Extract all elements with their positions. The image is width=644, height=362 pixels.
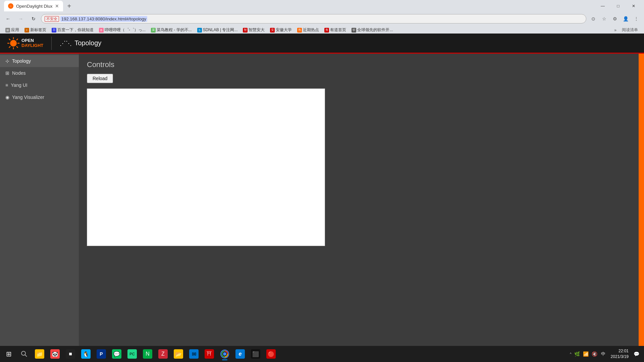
bookmark-label: 安徽大学 [276, 27, 292, 33]
folder-icon: 📂 [174, 349, 183, 359]
bookmark-software[interactable]: 软 全球领先的软件开... [350, 26, 395, 34]
bookmark-label: 有道首页 [330, 27, 346, 33]
odl-logo: OPEN DAYLIGHT [7, 37, 43, 50]
sidebar: ⊹ Topology ⊞ Nodes ≡ Yang UI ◉ Yang Visu… [0, 54, 79, 362]
new-tab-button[interactable]: + [64, 1, 74, 11]
bookmark-bilibili[interactable]: B 哔哩哔哩（゜-゜）っ... [97, 26, 148, 34]
url-display: 192.168.137.143:8080/index.html#/topolog… [60, 16, 147, 22]
taskbar-app-zotero[interactable]: Z [156, 347, 170, 361]
tray-wifi-icon[interactable]: 📶 [582, 350, 590, 358]
bookmarks-more[interactable]: » [614, 28, 616, 33]
bookmark-ahu[interactable]: 安 安徽大学 [268, 26, 294, 34]
controls-title: Controls [87, 60, 631, 69]
bookmark-label: 智慧安大 [249, 27, 265, 33]
bookmark-favicon: ⊞ [5, 28, 10, 33]
sidebar-item-yang-ui[interactable]: ≡ Yang UI [0, 79, 79, 91]
address-bar[interactable]: 不安全 192.168.137.143:8080/index.html#/top… [41, 14, 586, 23]
fileexplorer-icon: 📁 [35, 349, 44, 359]
taskbar-app-wechat[interactable]: 💬 [109, 347, 124, 361]
taskbar-app-panda[interactable]: 🐼 [48, 347, 62, 361]
taskbar-clock[interactable]: 22:01 2021/3/19 [608, 348, 631, 360]
qq-icon: 🐧 [81, 349, 91, 359]
svg-line-8 [9, 46, 10, 48]
reload-button[interactable]: Reload [87, 74, 113, 83]
taskbar-app-green[interactable]: N [140, 347, 155, 361]
taskbar-app-pycharm[interactable]: PC [125, 347, 140, 361]
right-sidebar-handle[interactable] [639, 54, 644, 362]
red-app-icon: ⛩ [205, 349, 214, 359]
account-icon[interactable]: 👤 [621, 14, 631, 24]
taskbar-app-black[interactable]: ⬛ [248, 347, 263, 361]
extensions-icon[interactable]: ⚙ [610, 14, 620, 24]
nodes-sidebar-icon: ⊞ [5, 70, 9, 76]
taskbar-app-redcircle[interactable]: 🔴 [264, 347, 278, 361]
svg-point-12 [223, 352, 226, 356]
taskbar-app-qq[interactable]: 🐧 [78, 347, 93, 361]
close-button[interactable]: ✕ [626, 0, 641, 12]
bookmark-favicon: + [24, 28, 29, 33]
bookmark-favicon: 智 [243, 28, 248, 33]
tab-title: OpenDaylight Dlux [16, 4, 52, 9]
sidebar-item-topology[interactable]: ⊹ Topology [0, 55, 79, 67]
language-indicator[interactable]: 中 [600, 351, 607, 357]
menu-icon[interactable]: ⋮ [631, 14, 641, 24]
bookmark-label: 哔哩哔哩（゜-゜）っ... [105, 27, 146, 33]
bookmark-youdao[interactable]: 有 有道首页 [322, 26, 348, 34]
header-title: ⋰⋱ Topology [60, 39, 101, 47]
taskbar-app-red[interactable]: ⛩ [202, 347, 217, 361]
taskbar-app-edge[interactable]: e [233, 347, 248, 361]
browser-tab[interactable]: ○ OpenDaylight Dlux ✕ [4, 1, 63, 11]
sidebar-item-yang-ui-label: Yang UI [11, 82, 28, 88]
bookmark-favicon: 安 [270, 28, 275, 33]
taskbar: ⊞ 📁 🐼 ■ 🐧 P 💬 PC N Z 📂 ✉ ⛩ [0, 346, 644, 362]
maximize-button[interactable]: □ [610, 0, 626, 12]
bookmark-zhihuianda[interactable]: 智 智慧安大 [241, 26, 267, 34]
bookmark-favicon: 热 [297, 28, 302, 33]
reload-page-button[interactable]: ↻ [28, 13, 39, 24]
taskbar-app-mail[interactable]: ✉ [186, 347, 201, 361]
sidebar-item-nodes[interactable]: ⊞ Nodes [0, 67, 79, 79]
reader-mode-button[interactable]: 阅读清单 [619, 26, 641, 34]
bookmark-label: 新标签页 [30, 27, 46, 33]
notification-icon[interactable]: 💬 [633, 350, 640, 358]
taskbar-date-text: 2021/3/19 [611, 354, 629, 360]
taskbar-app-dark[interactable]: ■ [63, 347, 78, 361]
tray-expand-button[interactable]: ^ [569, 352, 572, 356]
taskbar-app-paypal[interactable]: P [94, 347, 109, 361]
taskbar-app-chrome[interactable] [217, 347, 232, 361]
bookmark-favicon: 有 [324, 28, 329, 33]
search-button[interactable] [17, 347, 32, 361]
taskbar-time-text: 22:01 [611, 348, 629, 354]
bookmark-newtab[interactable]: + 新标签页 [22, 26, 48, 34]
bookmark-sdnlab[interactable]: S SDNLAB | 专注网... [195, 26, 240, 34]
bookmark-favicon: 百 [52, 28, 56, 33]
bookmark-apps[interactable]: ⊞ 应用 [3, 26, 21, 34]
tray-volume-icon[interactable]: 🔇 [591, 350, 598, 358]
back-button[interactable]: ← [3, 13, 13, 24]
start-button[interactable]: ⊞ [1, 347, 16, 361]
wechat-icon: 💬 [112, 349, 121, 359]
bookmark-label: SDNLAB | 专注网... [203, 27, 238, 33]
svg-line-5 [9, 39, 10, 40]
panda-icon: 🐼 [50, 349, 60, 359]
bookmark-runoob[interactable]: 菜 菜鸟教程 - 学的不... [149, 26, 194, 34]
sidebar-item-yang-visualizer[interactable]: ◉ Yang Visualizer [0, 91, 79, 103]
security-warning: 不安全 [45, 16, 59, 22]
forward-button[interactable]: → [15, 13, 26, 24]
bookmark-hot[interactable]: 热 近期热点 [295, 26, 321, 34]
tab-close-button[interactable]: ✕ [55, 3, 59, 9]
minimize-button[interactable]: — [595, 0, 610, 12]
svg-line-6 [16, 46, 18, 48]
chrome-icon [220, 349, 229, 359]
bookmark-label: 全球领先的软件开... [357, 27, 393, 33]
taskbar-app-folder[interactable]: 📂 [171, 347, 186, 361]
app-layout: OPEN DAYLIGHT ⋰⋱ Topology ⊹ Topology ⊞ N… [0, 34, 644, 362]
svg-line-10 [25, 355, 27, 357]
star-icon[interactable]: ☆ [599, 14, 609, 24]
profile-icon[interactable]: ⊙ [588, 14, 598, 24]
tray-greenleaf-icon[interactable]: 🌿 [574, 350, 581, 358]
bookmark-baidu[interactable]: 百 百度一下，你就知道 [50, 26, 96, 34]
window-controls: — □ ✕ [595, 0, 641, 12]
odl-sun-svg [7, 37, 20, 50]
taskbar-app-fileexplorer[interactable]: 📁 [32, 347, 47, 361]
